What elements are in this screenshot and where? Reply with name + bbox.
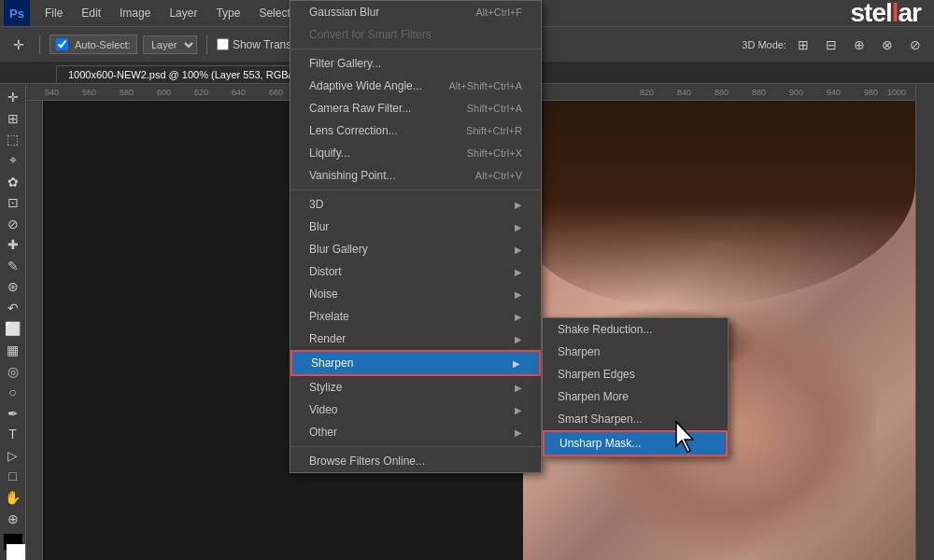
lasso-tool[interactable]: ⌖	[2, 151, 24, 171]
filter-adaptive[interactable]: Adaptive Wide Angle... Alt+Shift+Ctrl+A	[290, 75, 541, 97]
toolbar-sep-2	[206, 35, 207, 54]
shape-tool[interactable]: □	[2, 467, 24, 486]
filter-stylize[interactable]: Stylize ▶	[290, 376, 541, 399]
distort-arrow: ▶	[515, 267, 522, 277]
history-brush[interactable]: ↶	[2, 299, 24, 318]
gaussian-blur-label: Gaussian Blur	[309, 6, 379, 19]
toolbar-sep-1	[39, 35, 40, 54]
vanishing-shortcut: Alt+Ctrl+V	[475, 170, 522, 181]
quick-select-tool[interactable]: ✿	[2, 172, 24, 191]
gaussian-blur-shortcut: Alt+Ctrl+F	[475, 7, 522, 18]
3d-icon-2[interactable]: ⊟	[820, 34, 842, 56]
crop-tool[interactable]: ⊡	[2, 193, 24, 213]
sharpen-more[interactable]: Sharpen More	[543, 385, 728, 408]
noise-label: Noise	[309, 287, 338, 301]
blur-gallery-label: Blur Gallery	[309, 243, 368, 256]
sharpen-shake-reduction[interactable]: Shake Reduction...	[543, 318, 728, 341]
distort-label: Distort	[309, 265, 342, 278]
filter-blur[interactable]: Blur ▶	[290, 216, 541, 238]
blur-tool[interactable]: ◎	[2, 361, 24, 381]
eyedropper-tool[interactable]: ⊘	[2, 214, 24, 233]
filter-pixelate[interactable]: Pixelate ▶	[290, 305, 541, 328]
3d-icon-5[interactable]: ⊘	[904, 34, 927, 56]
filter-sep-1	[290, 49, 541, 49]
ruler-tick-560: 560	[82, 88, 96, 97]
document-tab[interactable]: 934x560-NEW2.psd @ 100% (Layer 553, RGB…	[56, 65, 325, 83]
3d-icon-4[interactable]: ⊗	[876, 34, 899, 56]
ps-logo: Ps	[4, 0, 30, 26]
filter-noise[interactable]: Noise ▶	[290, 283, 541, 305]
vanishing-label: Vanishing Point...	[309, 169, 396, 182]
sharpen-label: Sharpen	[311, 357, 353, 370]
brush-tool[interactable]: ✎	[2, 257, 24, 276]
filter-distort[interactable]: Distort ▶	[290, 260, 541, 283]
filter-video[interactable]: Video ▶	[290, 399, 541, 421]
menu-layer[interactable]: Layer	[160, 0, 206, 26]
ruler-tick-660: 660	[269, 88, 283, 97]
stellar-dot: l	[892, 0, 899, 27]
marquee-tool[interactable]: ⬚	[2, 130, 24, 149]
3d-icon-1[interactable]: ⊞	[792, 34, 814, 56]
camera-raw-shortcut: Shift+Ctrl+A	[467, 103, 522, 114]
3d-arrow: ▶	[515, 200, 522, 210]
toolbar-right: 3D Mode: ⊞ ⊟ ⊕ ⊗ ⊘	[742, 34, 927, 56]
text-tool[interactable]: T	[2, 425, 24, 444]
3d-label: 3D	[309, 198, 323, 211]
filter-vanishing[interactable]: Vanishing Point... Alt+Ctrl+V	[290, 164, 541, 187]
filter-other[interactable]: Other ▶	[290, 421, 541, 443]
filter-lens-correction[interactable]: Lens Correction... Shift+Ctrl+R	[290, 119, 541, 142]
filter-browse[interactable]: Browse Filters Online...	[290, 450, 541, 472]
filter-blur-gallery[interactable]: Blur Gallery ▶	[290, 238, 541, 260]
move-tool-icon[interactable]: ✛	[7, 34, 30, 56]
ruler-tick-600: 600	[157, 88, 171, 97]
dodge-tool[interactable]: ○	[2, 383, 24, 402]
ruler-vertical	[26, 101, 43, 560]
menu-type[interactable]: Type	[206, 0, 249, 26]
filter-sharpen[interactable]: Sharpen ▶	[290, 350, 541, 376]
sharpen-edges[interactable]: Sharpen Edges	[543, 363, 728, 385]
lens-correction-shortcut: Shift+Ctrl+R	[466, 125, 522, 136]
sharpen-sharpen[interactable]: Sharpen	[543, 341, 728, 363]
menu-image[interactable]: Image	[110, 0, 160, 26]
filter-camera-raw[interactable]: Camera Raw Filter... Shift+Ctrl+A	[290, 97, 541, 119]
ruler-tick-540: 540	[45, 88, 59, 97]
noise-arrow: ▶	[515, 289, 522, 300]
filter-gallery[interactable]: Filter Gallery...	[290, 52, 541, 75]
3d-icon-3[interactable]: ⊕	[848, 34, 870, 56]
right-panel	[915, 84, 934, 560]
gradient-tool[interactable]: ▦	[2, 341, 24, 360]
layer-select[interactable]: Layer	[143, 35, 197, 54]
ruler-tick-840: 840	[677, 88, 691, 97]
eraser-tool[interactable]: ⬜	[2, 319, 24, 339]
filter-3d[interactable]: 3D ▶	[290, 193, 541, 216]
pen-tool[interactable]: ✒	[2, 403, 24, 423]
filter-sep-2	[290, 189, 541, 190]
menu-file[interactable]: File	[35, 0, 72, 26]
render-arrow: ▶	[515, 334, 522, 344]
filter-gaussian-blur[interactable]: Gaussian Blur Alt+Ctrl+F	[290, 1, 541, 23]
auto-select-check[interactable]	[56, 38, 68, 50]
move-tool[interactable]: ✛	[2, 88, 24, 107]
heal-tool[interactable]: ✚	[2, 235, 24, 255]
hand-tool[interactable]: ✋	[2, 488, 24, 508]
adaptive-label: Adaptive Wide Angle...	[309, 79, 422, 92]
filter-liquify[interactable]: Liquify... Shift+Ctrl+X	[290, 142, 541, 164]
ruler-tick-820: 820	[640, 88, 654, 97]
stellar-logo: stellar	[851, 0, 922, 28]
background-color[interactable]	[7, 544, 25, 560]
left-tool-panel: ✛ ⊞ ⬚ ⌖ ✿ ⊡ ⊘ ✚ ✎ ⊛ ↶ ⬜ ▦ ◎ ○ ✒ T ▷ □ ✋ …	[0, 84, 26, 560]
zoom-tool[interactable]: ⊕	[2, 509, 24, 528]
filter-gallery-label: Filter Gallery...	[309, 57, 381, 70]
show-transform-check[interactable]	[217, 38, 229, 50]
pixelate-arrow: ▶	[515, 312, 522, 322]
menu-edit[interactable]: Edit	[72, 0, 110, 26]
filter-render[interactable]: Render ▶	[290, 328, 541, 350]
path-select[interactable]: ▷	[2, 446, 24, 466]
liquify-shortcut: Shift+Ctrl+X	[467, 147, 522, 159]
artboard-tool[interactable]: ⊞	[2, 109, 24, 129]
convert-smart-label: Convert for Smart Filters	[309, 28, 432, 41]
video-arrow: ▶	[515, 405, 522, 415]
clone-tool[interactable]: ⊛	[2, 277, 24, 297]
lens-correction-label: Lens Correction...	[309, 124, 398, 137]
auto-select-checkbox[interactable]: Auto-Select:	[50, 35, 137, 54]
